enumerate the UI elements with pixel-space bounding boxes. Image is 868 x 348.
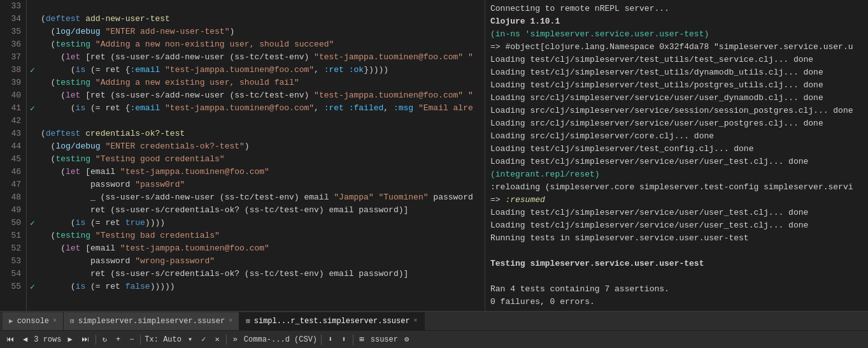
token: ( xyxy=(41,153,55,166)
main-container: 3334353637383940414243444546474849505152… xyxy=(0,0,868,311)
gutter-item xyxy=(27,242,38,255)
token: is xyxy=(76,217,90,229)
token: "test-jamppa.tuominen@foo.com" xyxy=(314,51,463,64)
table-icon: ⊞ xyxy=(70,317,75,325)
gutter-item xyxy=(27,204,38,217)
repl-line: Running tests in simpleserver.service.us… xyxy=(490,232,863,245)
repl-line: Loading src/clj/simpleserver/service/use… xyxy=(490,92,863,105)
token: "wrong-password" xyxy=(135,255,215,268)
token: "test-jamppa.tuominen@foo.com" xyxy=(120,166,269,178)
checkmark-btn[interactable]: ✓ xyxy=(199,333,208,345)
separator-4 xyxy=(321,335,322,345)
token: " xyxy=(463,51,473,64)
repl-line: Loading test/clj/simpleserver/test_utils… xyxy=(490,79,863,92)
tab-close-btn[interactable]: × xyxy=(229,317,232,324)
nav-prev-btn[interactable]: ◀ xyxy=(20,333,30,345)
token: "test-jamppa.tuominen@foo.com" xyxy=(165,102,314,115)
tab-simpl---r_test-simpleserver-ssuser[interactable]: ⊞simpl...r_test.simpleserver.ssuser× xyxy=(239,312,424,330)
code-line: (log/debug "ENTER credentials-ok?-test") xyxy=(41,140,485,153)
tab-close-btn[interactable]: × xyxy=(414,317,418,324)
code-line: (testing "Adding a new existing user, sh… xyxy=(41,76,485,89)
gutter-item xyxy=(27,89,38,102)
check-icon: ✓ xyxy=(30,282,35,292)
token: (= ret { xyxy=(90,102,130,115)
more-btn[interactable]: » xyxy=(231,334,240,345)
code-line: ret (ss-user-s/credentials-ok? (ss-tc/te… xyxy=(41,268,485,280)
add-btn[interactable]: + xyxy=(113,334,123,345)
line-number: 36 xyxy=(0,38,21,51)
line-number: 43 xyxy=(0,127,21,140)
check-icon: ✓ xyxy=(30,65,35,75)
token: (= ret xyxy=(90,280,125,293)
token: _ (ss-user-s/add-new-user (ss-tc/test-en… xyxy=(41,191,334,204)
nav-next-btn[interactable]: ▶ xyxy=(65,333,75,345)
repl-panel: Connecting to remote nREPL server...Cloj… xyxy=(485,0,868,311)
repl-line: => #object[clojure.lang.Namespace 0x32f4… xyxy=(490,41,863,54)
token: ( xyxy=(41,76,55,89)
gutter-item xyxy=(27,25,38,38)
repl-line xyxy=(490,245,863,257)
gutter-item xyxy=(27,127,38,140)
token xyxy=(374,191,379,204)
token: )))) xyxy=(145,217,165,229)
tab-simpleserver-simpleserver-ssuser[interactable]: ⊞simpleserver.simpleserver.ssuser× xyxy=(64,312,239,330)
code-line xyxy=(41,115,485,127)
columns-btn[interactable]: ⊞ xyxy=(357,333,367,345)
gutter-item xyxy=(27,268,38,280)
tab-close-btn[interactable]: × xyxy=(53,317,57,324)
gutter-item: ✓ xyxy=(27,280,38,293)
token: "passw0rd" xyxy=(135,178,185,191)
token: testing xyxy=(55,38,95,51)
import-btn[interactable]: ⬆ xyxy=(339,333,348,345)
code-line: (is (= ret true)))) xyxy=(41,217,485,229)
code-line: (deftest add-new-user-test xyxy=(41,13,485,25)
token: ))))) xyxy=(150,280,175,293)
tab-console[interactable]: ▶console× xyxy=(3,312,64,330)
tab-label: simpleserver.simpleserver.ssuser xyxy=(78,317,225,326)
tx-label: Tx: Auto xyxy=(145,335,181,344)
token: deftest xyxy=(46,127,85,140)
separator-1 xyxy=(96,335,96,345)
repl-line: Loading src/clj/simpleserver/service/use… xyxy=(490,117,863,130)
repl-line: Loading src/clj/simpleserver/core.clj...… xyxy=(490,130,863,143)
token: ( xyxy=(41,280,76,293)
token: log/debug xyxy=(55,25,105,38)
repl-line: Ran 4 tests containing 7 assertions. xyxy=(490,283,863,296)
refresh-btn[interactable]: ↻ xyxy=(100,333,110,345)
x-btn[interactable]: ✕ xyxy=(212,333,222,345)
line-number: 51 xyxy=(0,229,21,242)
settings-btn[interactable]: ⚙ xyxy=(402,333,411,345)
code-line: (let [ret (ss-user-s/add-new-user (ss-tc… xyxy=(41,51,485,64)
gutter-item xyxy=(27,255,38,268)
line-number: 42 xyxy=(0,115,21,127)
token: let xyxy=(66,51,85,64)
token: "Testing good credentials" xyxy=(96,153,225,166)
token: is xyxy=(76,280,90,293)
token: "Adding a new non-existing user, should … xyxy=(96,38,334,51)
code-line: (testing "Testing bad credentials" xyxy=(41,229,485,242)
tab-bar: ▶console×⊞simpleserver.simpleserver.ssus… xyxy=(0,311,868,330)
token: deftest xyxy=(46,13,85,25)
token: ( xyxy=(41,242,66,255)
token: ( xyxy=(41,166,66,178)
token: "Testing bad credentials" xyxy=(96,229,220,242)
tab-label: console xyxy=(17,317,49,326)
tx-dropdown[interactable]: ▾ xyxy=(185,333,195,345)
nav-last-btn[interactable]: ⏭ xyxy=(79,333,92,345)
remove-btn[interactable]: − xyxy=(127,334,136,345)
tab-label: simpl...r_test.simpleserver.ssuser xyxy=(254,317,410,326)
code-line: ret (ss-user-s/credentials-ok? (ss-tc/te… xyxy=(41,204,485,217)
gutter-item xyxy=(27,13,38,25)
token: testing xyxy=(55,153,95,166)
token: :email xyxy=(130,64,165,76)
repl-line: Testing simpleserver.service.user.user-t… xyxy=(490,257,863,270)
export-btn[interactable]: ⬇ xyxy=(325,333,335,345)
token: "ENTER add-new-user-test" xyxy=(105,25,229,38)
nav-first-btn[interactable]: ⏮ xyxy=(4,333,17,345)
code-line: (testing "Adding a new non-existing user… xyxy=(41,38,485,51)
gutter-item xyxy=(27,140,38,153)
line-number: 40 xyxy=(0,89,21,102)
token: ( xyxy=(41,127,46,140)
gutter-item xyxy=(27,166,38,178)
token: [email xyxy=(85,242,120,255)
